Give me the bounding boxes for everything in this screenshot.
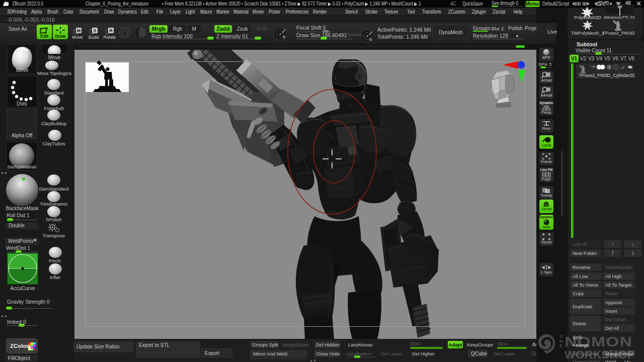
svg-text:H: H	[559, 339, 563, 344]
svg-text:Draw: Draw	[55, 34, 66, 39]
svg-text:E: E	[559, 343, 563, 348]
svg-text:T: T	[559, 334, 562, 339]
svg-text:M: M	[77, 28, 81, 33]
svg-text:Edit: Edit	[40, 34, 48, 39]
svg-text:D: D	[369, 37, 372, 42]
svg-text:S: S	[283, 35, 286, 39]
svg-text:S: S	[93, 28, 96, 33]
svg-text:R: R	[109, 28, 113, 33]
